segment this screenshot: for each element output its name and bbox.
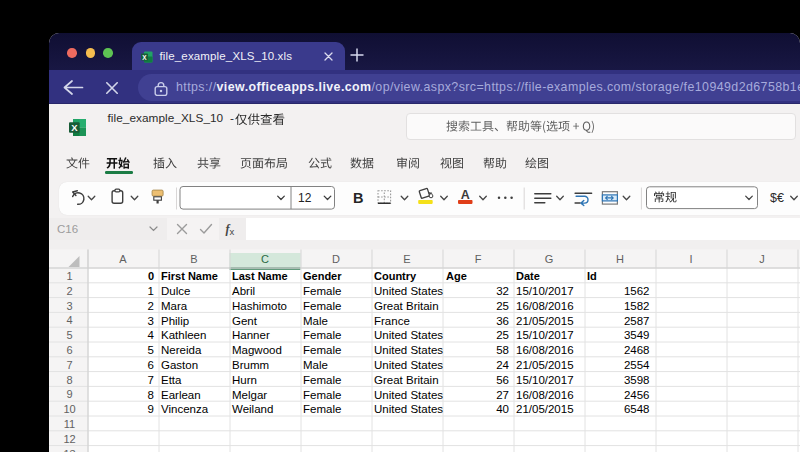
svg-text:2: 2 xyxy=(66,284,72,296)
svg-text:Abril: Abril xyxy=(232,284,255,296)
svg-text:58: 58 xyxy=(496,344,509,356)
svg-text:Gaston: Gaston xyxy=(161,358,198,370)
svg-text:16/08/2016: 16/08/2016 xyxy=(516,344,574,356)
svg-text:2587: 2587 xyxy=(624,314,650,326)
svg-text:15/10/2017: 15/10/2017 xyxy=(516,284,574,296)
svg-text:United States: United States xyxy=(374,284,443,296)
svg-text:Female: Female xyxy=(303,344,341,356)
svg-text:25: 25 xyxy=(496,329,509,341)
svg-text:32: 32 xyxy=(496,284,509,296)
svg-text:9: 9 xyxy=(148,403,154,415)
svg-text:1582: 1582 xyxy=(624,299,650,311)
svg-text:G: G xyxy=(545,253,554,265)
svg-text:F: F xyxy=(475,253,482,265)
svg-text:15/10/2017: 15/10/2017 xyxy=(516,373,574,385)
svg-text:0: 0 xyxy=(148,270,154,282)
svg-text:15/10/2017: 15/10/2017 xyxy=(516,329,574,341)
svg-text:Female: Female xyxy=(303,329,341,341)
svg-text:16/08/2016: 16/08/2016 xyxy=(516,299,574,311)
svg-text:A: A xyxy=(119,253,127,265)
svg-text:Male: Male xyxy=(303,314,328,326)
svg-text:Great Britain: Great Britain xyxy=(374,373,439,385)
svg-text:Melgar: Melgar xyxy=(232,388,267,400)
svg-text:United States: United States xyxy=(374,388,443,400)
svg-text:9: 9 xyxy=(66,388,72,400)
svg-text:United States: United States xyxy=(374,358,443,370)
svg-text:5: 5 xyxy=(148,344,154,356)
svg-text:21/05/2015: 21/05/2015 xyxy=(516,358,574,370)
svg-text:Male: Male xyxy=(303,358,328,370)
svg-text:8: 8 xyxy=(66,373,72,385)
svg-text:4: 4 xyxy=(148,329,155,341)
svg-text:Id: Id xyxy=(587,270,597,282)
svg-text:Hanner: Hanner xyxy=(232,329,270,341)
svg-text:3: 3 xyxy=(66,299,72,311)
svg-text:X: X xyxy=(142,53,147,60)
svg-text:Age: Age xyxy=(446,270,467,282)
svg-text:3549: 3549 xyxy=(624,329,650,341)
svg-text:Earlean: Earlean xyxy=(161,388,201,400)
svg-text:3: 3 xyxy=(148,314,154,326)
svg-text:5: 5 xyxy=(66,329,72,341)
svg-text:Female: Female xyxy=(303,284,341,296)
svg-text:A: A xyxy=(460,187,469,201)
svg-text:Last Name: Last Name xyxy=(232,270,288,282)
svg-text:Hurn: Hurn xyxy=(232,373,257,385)
svg-text:21/05/2015: 21/05/2015 xyxy=(516,403,574,415)
svg-text:25: 25 xyxy=(496,299,509,311)
svg-text:1562: 1562 xyxy=(624,284,650,296)
svg-text:21/05/2015: 21/05/2015 xyxy=(516,314,574,326)
svg-text:12: 12 xyxy=(63,432,75,444)
svg-text:7: 7 xyxy=(66,358,72,370)
svg-text:Vincenza: Vincenza xyxy=(161,403,209,415)
svg-text:Great Britain: Great Britain xyxy=(374,299,439,311)
svg-text:$€: $€ xyxy=(770,191,784,205)
svg-text:Weiland: Weiland xyxy=(232,403,273,415)
svg-text:Brumm: Brumm xyxy=(232,358,269,370)
svg-text:United States: United States xyxy=(374,329,443,341)
svg-text:X: X xyxy=(71,122,78,133)
svg-text:Mara: Mara xyxy=(161,299,188,311)
svg-text:H: H xyxy=(616,253,624,265)
svg-text:Etta: Etta xyxy=(161,373,182,385)
svg-text:France: France xyxy=(374,314,410,326)
svg-text:J: J xyxy=(759,253,765,265)
svg-text:Female: Female xyxy=(303,388,341,400)
svg-text:2456: 2456 xyxy=(624,388,650,400)
svg-text:I: I xyxy=(689,253,692,265)
svg-text:C: C xyxy=(261,253,269,265)
svg-text:1: 1 xyxy=(148,284,154,296)
svg-text:Philip: Philip xyxy=(161,314,189,326)
svg-text:D: D xyxy=(332,253,340,265)
svg-text:7: 7 xyxy=(148,373,154,385)
svg-text:First Name: First Name xyxy=(161,270,218,282)
svg-text:Magwood: Magwood xyxy=(232,344,282,356)
svg-text:Gent: Gent xyxy=(232,314,258,326)
svg-text:1: 1 xyxy=(66,269,72,281)
svg-text:Female: Female xyxy=(303,373,341,385)
svg-text:36: 36 xyxy=(496,314,509,326)
svg-text:Dulce: Dulce xyxy=(161,284,190,296)
svg-text:B: B xyxy=(190,253,197,265)
svg-text:Country: Country xyxy=(374,270,417,282)
svg-text:Date: Date xyxy=(516,270,540,282)
svg-text:10: 10 xyxy=(63,403,75,415)
svg-text:11: 11 xyxy=(64,417,75,429)
svg-text:13: 13 xyxy=(63,447,75,452)
svg-text:Nereida: Nereida xyxy=(161,344,202,356)
svg-text:6: 6 xyxy=(66,343,72,355)
svg-text:United States: United States xyxy=(374,344,443,356)
svg-text:Hashimoto: Hashimoto xyxy=(232,299,287,311)
svg-text:6: 6 xyxy=(148,358,154,370)
svg-text:27: 27 xyxy=(496,388,509,400)
svg-text:2554: 2554 xyxy=(624,358,650,370)
svg-text:2468: 2468 xyxy=(624,344,650,356)
svg-text:Female: Female xyxy=(303,299,341,311)
svg-text:E: E xyxy=(403,253,410,265)
svg-text:2: 2 xyxy=(148,299,154,311)
svg-text:40: 40 xyxy=(496,403,509,415)
svg-text:3598: 3598 xyxy=(624,373,650,385)
svg-text:24: 24 xyxy=(496,358,509,370)
svg-text:8: 8 xyxy=(148,388,154,400)
svg-text:Female: Female xyxy=(303,403,341,415)
